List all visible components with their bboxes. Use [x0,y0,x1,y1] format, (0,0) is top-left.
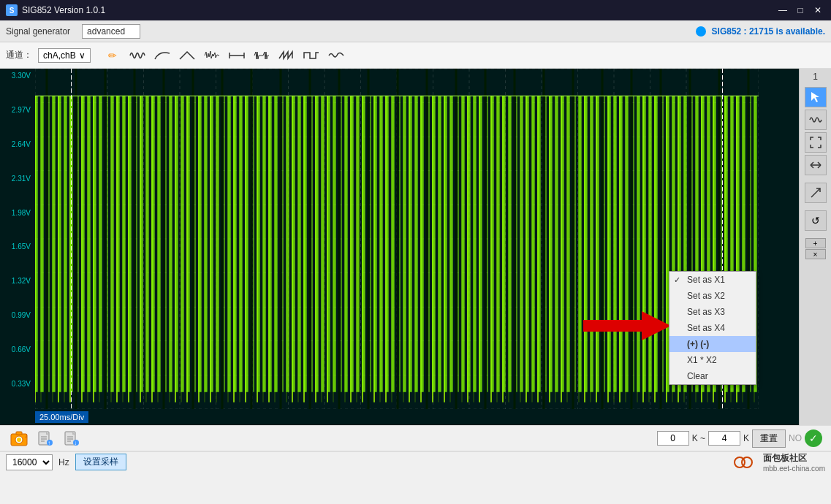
dc-icon[interactable] [227,45,247,66]
context-menu-item-2[interactable]: Set as X3 [669,304,756,320]
svg-point-12 [17,438,21,442]
waveform-button[interactable] [805,110,827,130]
maximize-button[interactable]: □ [793,4,808,16]
measure-value-2[interactable] [708,431,740,446]
context-menu-label-4: (+) (-) [687,339,709,349]
channel-label: 通道： [6,49,32,61]
context-menu-item-4[interactable]: (+) (-) [669,336,756,352]
zoom-controls: + × [805,238,826,259]
y-axis: 3.30V 2.97V 2.64V 2.31V 1.98V 1.65V 1.32… [0,69,35,425]
status-text: SIG852 : 21715 is available. [712,26,825,37]
redo-button[interactable]: ↺ [805,210,827,231]
title-bar: S SIG852 Version 1.0.1 — □ ✕ [0,0,831,20]
context-menu-label-5: X1 * X2 [687,355,717,365]
svg-text:↓: ↓ [74,440,77,446]
minimize-button[interactable]: — [775,4,790,16]
logo-sub-text: mbb.eet-china.com [763,465,825,473]
advanced-input[interactable] [82,24,140,39]
time-div-label: 25.00ms/Div [35,411,88,423]
channel-value: chA,chB [43,50,76,61]
cursor-button[interactable] [805,87,827,107]
measure-value-1[interactable] [657,431,689,446]
noise-icon[interactable] [202,45,222,66]
diagonal-icon[interactable] [805,183,827,203]
y-label-8: 0.66V [1,345,34,354]
app-icon: S [6,4,18,16]
burst-icon[interactable] [251,45,272,66]
red-arrow-icon [583,308,671,343]
waveform-canvas[interactable] [35,69,759,409]
signal-gen-label: Signal generator [6,26,70,37]
context-menu-item-1[interactable]: Set as X2 [669,288,756,304]
context-menu-item-0[interactable]: ✓ Set as X1 [669,272,756,288]
no-label: NO [789,433,802,443]
y-label-2: 2.64V [1,140,34,148]
toolbar-icons: ✏ [102,45,346,66]
svg-text:↑: ↑ [48,440,50,446]
measure-inputs: K ~ K 重置 NO ✓ [657,429,822,448]
context-menu-label-3: Set as X4 [687,323,725,333]
y-label-6: 1.32V [1,277,34,285]
triangle-icon[interactable] [177,45,197,66]
chart-bottom: 25.00ms/Div [0,409,799,425]
zoom-plus-button[interactable]: + [805,238,826,248]
context-menu-label-2: Set as X3 [687,307,725,317]
export-icon[interactable]: ↑ [35,428,56,448]
y-label-9: 0.33V [1,380,34,388]
right-panel: 1 ↺ + × [799,69,831,425]
main-content: 3.30V 2.97V 2.64V 2.31V 1.98V 1.65V 1.32… [0,69,831,425]
sine-wave-icon[interactable] [127,45,148,66]
bottom-toolbar: 16000 Hz 设置采样 面包板社区 mbb.eet-china.com [0,451,831,472]
curve-icon[interactable] [152,45,172,66]
measure-unit-2: K [743,433,749,443]
y-label-1: 2.97V [1,106,34,114]
y-label-0: 3.30V [1,72,34,80]
zoom-minus-button[interactable]: × [805,249,826,259]
fit-button[interactable] [805,155,827,175]
ok-button[interactable]: ✓ [805,429,822,447]
y-label-3: 2.31V [1,175,34,183]
context-menu-label-0: Set as X1 [687,275,725,285]
context-menu-item-3[interactable]: Set as X4 [669,320,756,336]
pencil-icon[interactable]: ✏ [102,45,123,66]
import-icon[interactable]: ↓ [61,428,82,448]
toolbar-action-icons: JPG ↑ ↓ [9,428,82,448]
square-icon[interactable] [301,45,322,66]
chart-container: 3.30V 2.97V 2.64V 2.31V 1.98V 1.65V 1.32… [0,69,799,425]
svg-line-9 [811,188,820,197]
freq-select[interactable]: 16000 [6,454,53,470]
freq-unit-label: Hz [58,457,69,467]
y-label-4: 1.98V [1,209,34,217]
context-menu-item-6[interactable]: Clear [669,368,756,384]
context-menu-label-1: Set as X2 [687,291,725,301]
camera-icon[interactable]: JPG [9,428,29,448]
panel-number: 1 [813,72,818,82]
check-icon: ✓ [674,275,680,285]
channel-select[interactable]: chA,chB ∨ [38,48,91,63]
chevron-down-icon: ∨ [79,50,86,61]
context-menu: ✓ Set as X1 Set as X2 Set as X3 Set as X… [669,271,756,385]
app-title: SIG852 Version 1.0.1 [22,5,105,15]
window-controls: — □ ✕ [775,4,825,16]
status-toolbar: JPG ↑ ↓ [0,425,831,451]
close-button[interactable]: ✕ [811,4,825,16]
expand-button[interactable] [805,132,827,153]
sawtooth-icon[interactable] [276,45,297,66]
status-bar: SIG852 : 21715 is available. [696,26,825,37]
y-label-5: 1.65V [1,243,34,251]
svg-marker-3 [583,311,671,340]
context-menu-label-6: Clear [687,371,708,381]
context-menu-item-5[interactable]: X1 * X2 [669,352,756,368]
reset-button[interactable]: 重置 [752,429,786,448]
setup-sample-button[interactable]: 设置采样 [75,454,126,470]
y-label-7: 0.99V [1,311,34,319]
logo-area: 面包板社区 mbb.eet-china.com [734,452,825,473]
status-dot-icon [696,26,706,37]
arbitrary-icon[interactable] [326,45,346,66]
menu-bar: Signal generator SIG852 : 21715 is avail… [0,20,831,42]
svg-rect-13 [16,432,22,435]
svg-text:JPG: JPG [25,433,28,438]
measure-unit-1: K ~ [692,433,705,443]
logo-main-text: 面包板社区 [763,452,825,465]
main-toolbar: 通道： chA,chB ∨ ✏ [0,42,831,69]
